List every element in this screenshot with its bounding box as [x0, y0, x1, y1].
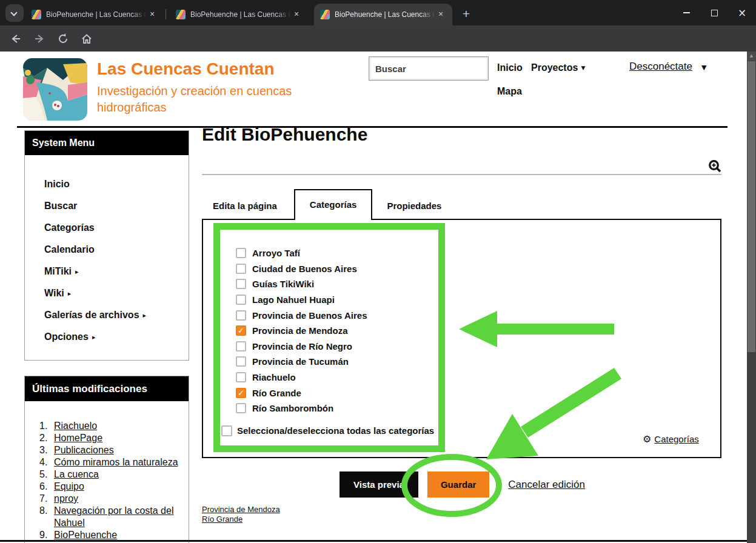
scrollbar-thumb[interactable]	[748, 61, 755, 352]
logout-link[interactable]: Desconéctate	[629, 61, 692, 73]
recent-page-link[interactable]: Navegación por la costa del Nahuel	[54, 505, 182, 529]
back-icon	[10, 33, 22, 45]
category-row[interactable]: ✓ Provincia de Mendoza	[236, 323, 438, 339]
nav-proyectos[interactable]: Proyectos▼	[531, 62, 585, 73]
recent-page-link[interactable]: HomePage	[54, 432, 102, 444]
category-row[interactable]: ✓ Río Samborombón	[236, 401, 438, 416]
category-row[interactable]: ✓ Lago Nahuel Huapi	[236, 292, 438, 308]
category-checkbox[interactable]: ✓	[236, 310, 246, 321]
maximize-icon	[711, 10, 718, 16]
system-menu-item[interactable]: Galerías de archivos ▸	[44, 304, 189, 326]
categories-admin-link[interactable]: Categorías	[654, 434, 698, 444]
category-checkbox[interactable]: ✓	[236, 264, 246, 274]
submenu-arrow-icon: ▸	[143, 311, 147, 319]
maximize-button[interactable]	[700, 0, 728, 25]
close-button[interactable]: ×	[728, 0, 756, 25]
check-icon: ✓	[238, 327, 244, 335]
system-menu-item[interactable]: MiTiki ▸	[44, 261, 189, 282]
category-checkbox[interactable]: ✓	[236, 325, 246, 336]
recent-change-item: 9. BioPehuenche	[39, 529, 182, 541]
system-menu-item[interactable]: Wiki ▸	[44, 282, 189, 304]
tab-close-icon[interactable]: ×	[147, 9, 158, 20]
home-button[interactable]	[79, 31, 95, 47]
chevron-down-icon	[10, 9, 17, 16]
tab-close-icon[interactable]: ×	[291, 9, 302, 20]
tab-close-icon[interactable]: ×	[435, 9, 446, 20]
search-input[interactable]	[369, 56, 489, 81]
category-checkbox[interactable]: ✓	[236, 341, 246, 351]
tab-strip: BioPehuenche | Las Cuencas Cu × BioPehue…	[0, 0, 756, 25]
nav-mapa[interactable]: Mapa	[497, 86, 522, 97]
category-row[interactable]: ✓ Riachuelo	[236, 370, 438, 385]
minimize-button[interactable]	[672, 0, 700, 25]
edit-tab[interactable]: Propiedades	[376, 201, 452, 220]
recent-page-link[interactable]: BioPehuenche	[54, 529, 117, 541]
category-checkbox[interactable]: ✓	[236, 356, 246, 367]
category-row[interactable]: ✓ Provincia de Río Negro	[236, 339, 438, 355]
categories-admin: ⚙ Categorías	[643, 433, 699, 445]
select-all-checkbox[interactable]: ✓	[221, 425, 232, 436]
system-menu-item[interactable]: Opciones ▸	[44, 326, 189, 348]
reload-button[interactable]	[55, 31, 71, 47]
header-divider	[17, 126, 728, 128]
category-row[interactable]: ✓ Arroyo Tafí	[236, 245, 438, 261]
recent-page-link[interactable]: Cómo miramos la naturaleza	[54, 456, 178, 468]
category-checkbox[interactable]: ✓	[236, 372, 246, 382]
system-menu-item[interactable]: Buscar	[44, 195, 189, 217]
tab-search-button[interactable]	[5, 4, 24, 22]
category-checkbox[interactable]: ✓	[236, 279, 246, 289]
edit-tab[interactable]: Categorías	[294, 189, 373, 220]
logout-caret-icon[interactable]: ▼	[701, 64, 706, 72]
category-footer-link[interactable]: Río Grande	[202, 515, 280, 524]
category-checkbox[interactable]: ✓	[236, 248, 246, 258]
nav-inicio[interactable]: Inicio	[497, 62, 523, 73]
preview-button[interactable]: Vista previa	[340, 471, 418, 498]
browser-tab[interactable]: BioPehuenche | Las Cuencas Cu ×	[314, 4, 452, 25]
category-row[interactable]: ✓ Río Grande	[236, 385, 438, 401]
recent-page-link[interactable]: nproy	[54, 493, 78, 505]
scrollbar-up-icon[interactable]: ▲	[747, 52, 756, 61]
site-title[interactable]: Las Cuencas Cuentan	[97, 59, 275, 79]
recent-page-link[interactable]: Publicaciones	[54, 444, 114, 456]
submenu-arrow-icon: ▸	[75, 268, 79, 276]
edit-tab-label: Edita la página	[213, 201, 277, 211]
forward-button[interactable]	[32, 31, 47, 47]
recent-page-link[interactable]: Equipo	[54, 481, 84, 493]
select-all-row[interactable]: ✓ Selecciona/deselecciona todas las cate…	[221, 425, 438, 436]
category-checkbox[interactable]: ✓	[236, 403, 246, 413]
menu-item-label: Categorías	[44, 222, 95, 233]
recent-page-link[interactable]: La cuenca	[54, 468, 99, 481]
reload-icon	[57, 33, 69, 45]
edit-tab[interactable]: Edita la página	[202, 201, 288, 220]
new-tab-button[interactable]: +	[457, 5, 475, 24]
category-row[interactable]: ✓ Ciudad de Buenos Aires	[236, 261, 438, 277]
zoom-in-icon[interactable]	[708, 159, 723, 174]
category-row[interactable]: ✓ Provincia de Buenos Aires	[236, 307, 438, 323]
category-checkbox[interactable]: ✓	[236, 388, 246, 398]
category-row[interactable]: ✓ Provincia de Tucumán	[236, 354, 438, 370]
recent-change-item: 7. nproy	[39, 493, 182, 505]
category-checkbox[interactable]: ✓	[236, 295, 246, 305]
page-scrollbar[interactable]: ▲	[747, 52, 756, 543]
recent-change-item: 5. La cuenca	[39, 468, 182, 481]
system-menu-item[interactable]: Categorías	[44, 217, 189, 239]
menu-item-label: Opciones	[44, 331, 89, 342]
category-footer-link[interactable]: Provincia de Mendoza	[202, 505, 280, 515]
recent-page-link[interactable]: Riachuelo	[54, 420, 97, 432]
browser-tab[interactable]: BioPehuenche | Las Cuencas Cu ×	[25, 4, 164, 25]
menu-item-label: Inicio	[44, 179, 70, 190]
system-menu-item[interactable]: Inicio	[44, 173, 189, 195]
edit-tabs: Edita la página Categorías Propiedades	[202, 188, 452, 220]
category-label: Arroyo Tafí	[252, 248, 300, 258]
system-menu-list: Inicio Buscar Categorías Calenda	[25, 173, 189, 348]
back-button[interactable]	[8, 31, 24, 47]
system-menu-item[interactable]: Calendario	[44, 239, 189, 261]
cancel-edit-link[interactable]: Cancelar edición	[508, 479, 585, 491]
category-row[interactable]: ✓ Guías TikiWiki	[236, 276, 438, 292]
edit-tab-label: Categorías	[310, 199, 357, 210]
browser-tab[interactable]: BioPehuenche | Las Cuencas Cu ×	[170, 4, 308, 25]
site-logo[interactable]	[23, 58, 87, 121]
save-button[interactable]: Guardar	[427, 471, 489, 498]
category-label: Riachuelo	[252, 372, 296, 382]
tab-title: BioPehuenche | Las Cuencas Cu	[46, 10, 147, 19]
